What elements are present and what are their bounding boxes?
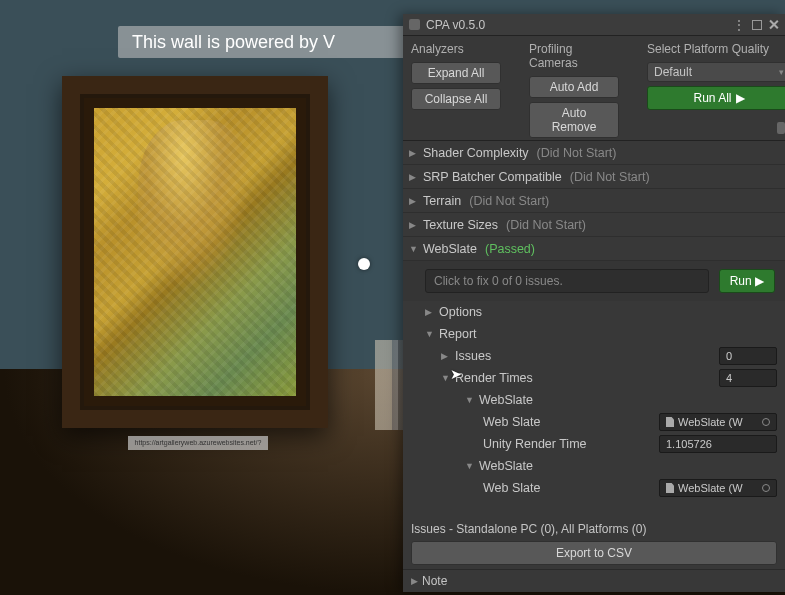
web-slate-value-2[interactable]: WebSlate (W [659,479,777,497]
run-all-button[interactable]: Run All▶ [647,86,785,110]
cameras-header: Profiling Cameras [529,40,619,72]
export-csv-button[interactable]: Export to CSV [411,541,777,565]
issues-summary: Issues - Standalone PC (0), All Platform… [403,517,785,541]
collapse-icon[interactable]: ▼ [409,244,419,254]
expand-icon[interactable]: ▶ [409,196,419,206]
close-icon[interactable] [768,19,779,30]
play-icon: ▶ [755,274,764,288]
web-slate-value-1[interactable]: WebSlate (W [659,413,777,431]
webslate-group-1[interactable]: ▼ WebSlate [403,389,785,411]
play-icon: ▶ [736,91,745,105]
unity-render-time-value-1: 1.105726 [659,435,777,453]
report-row[interactable]: ▼ Report [403,323,785,345]
painting-canvas [94,108,296,396]
analyzer-row-shader[interactable]: ▶ Shader Complexity (Did Not Start) [403,141,785,165]
panel-titlebar: CPA v0.5.0 ⋮ [403,14,785,36]
issues-row[interactable]: ▶ Issues 0 [403,345,785,367]
web-slate-field-1: Web Slate WebSlate (W [403,411,785,433]
web-slate-field-2: Web Slate WebSlate (W [403,477,785,499]
object-picker-icon[interactable] [762,418,770,426]
expand-icon[interactable]: ▶ [441,351,451,361]
kebab-menu-icon[interactable]: ⋮ [733,18,746,32]
analyzer-row-texture[interactable]: ▶ Texture Sizes (Did Not Start) [403,213,785,237]
auto-add-button[interactable]: Auto Add [529,76,619,98]
analyzer-row-srp[interactable]: ▶ SRP Batcher Compatible (Did Not Start) [403,165,785,189]
asset-icon [666,483,674,493]
expand-icon[interactable]: ▶ [409,148,419,158]
collapse-icon[interactable]: ▼ [465,461,475,471]
painting-caption: https://artgalleryweb.azurewebsites.net/… [128,436,268,450]
scrollbar-thumb[interactable] [777,122,785,134]
quality-select[interactable]: Default [647,62,785,82]
panel-title: CPA v0.5.0 [426,18,485,32]
toolbar: Analyzers Expand All Collapse All Profil… [403,36,785,140]
panel-icon [409,19,420,30]
analyzer-tree: ▶ Shader Complexity (Did Not Start) ▶ SR… [403,140,785,499]
expand-icon[interactable]: ▶ [409,220,419,230]
maximize-icon[interactable] [752,20,762,30]
webslate-group-2[interactable]: ▼ WebSlate [403,455,785,477]
painting-frame [62,76,328,428]
analyzers-header: Analyzers [411,40,501,58]
render-times-row[interactable]: ▼ Render Times 4 [403,367,785,389]
panel-footer: Issues - Standalone PC (0), All Platform… [403,517,785,592]
expand-icon[interactable]: ▶ [411,576,418,586]
fix-issues-text[interactable]: Click to fix 0 of 0 issues. [425,269,709,293]
collapse-all-button[interactable]: Collapse All [411,88,501,110]
wall-banner: This wall is powered by V [118,26,418,58]
analyzer-row-webslate[interactable]: ▼ WebSlate (Passed) [403,237,785,261]
auto-remove-button[interactable]: Auto Remove [529,102,619,138]
collapse-icon[interactable]: ▼ [441,373,451,383]
expand-icon[interactable]: ▶ [409,172,419,182]
unity-render-time-1: Unity Render Time 1.105726 [403,433,785,455]
cpa-panel: CPA v0.5.0 ⋮ Analyzers Expand All Collap… [403,14,785,592]
object-picker-icon[interactable] [762,484,770,492]
collapse-icon[interactable]: ▼ [465,395,475,405]
quality-header: Select Platform Quality [647,40,785,58]
expand-all-button[interactable]: Expand All [411,62,501,84]
note-row[interactable]: ▶ Note [403,569,785,592]
fix-bar: Click to fix 0 of 0 issues. Run ▶ [403,261,785,301]
asset-icon [666,417,674,427]
run-button[interactable]: Run ▶ [719,269,775,293]
options-row[interactable]: ▶ Options [403,301,785,323]
analyzer-row-terrain[interactable]: ▶ Terrain (Did Not Start) [403,189,785,213]
render-times-value: 4 [719,369,777,387]
issues-value: 0 [719,347,777,365]
collapse-icon[interactable]: ▼ [425,329,435,339]
expand-icon[interactable]: ▶ [425,307,435,317]
crosshair [358,258,370,270]
